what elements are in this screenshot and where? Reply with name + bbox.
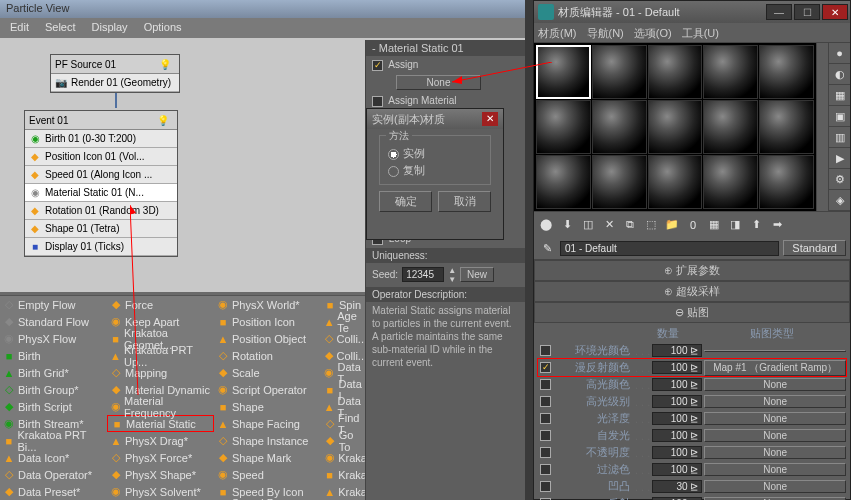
menu-select[interactable]: Select [39,21,82,35]
map-amount-input[interactable]: 100 ⊵ [652,463,702,476]
maximize-button[interactable]: ☐ [794,4,820,20]
close-button[interactable]: ✕ [822,4,848,20]
sample-type-icon[interactable]: ● [829,43,850,64]
seed-input[interactable] [402,267,444,282]
lightbulb-icon[interactable]: 💡 [156,113,170,127]
sample-slot[interactable] [648,155,703,209]
map-amount-input[interactable]: 100 ⊵ [652,429,702,442]
menu-display[interactable]: Display [86,21,134,35]
me-menu-material[interactable]: 材质(M) [538,26,577,39]
depot-item[interactable]: ◇Shape Instance [214,432,321,449]
map-checkbox[interactable] [540,396,551,407]
put-to-lib-icon[interactable]: 📁 [663,216,681,234]
op-shape[interactable]: Shape 01 (Tetra) [45,223,120,234]
sample-slot[interactable] [759,155,814,209]
sample-slot[interactable] [703,100,758,154]
sample-slot[interactable] [648,45,703,99]
depot-item[interactable]: ▲Krakatoa PRT Up... [107,347,214,364]
depot-item[interactable]: ■Kraka [321,466,369,483]
depot-item[interactable]: ◉Speed [214,466,321,483]
rollout-supersample[interactable]: ⊕ 超级采样 [534,281,850,302]
me-menu-tools[interactable]: 工具(U) [682,26,719,39]
assign-to-sel-icon[interactable]: ◫ [579,216,597,234]
sample-slot[interactable] [592,155,647,209]
map-slot-button[interactable]: None [704,378,846,391]
depot-item[interactable]: ▲Kraka [321,483,369,500]
new-seed-button[interactable]: New [460,267,494,282]
sample-slot[interactable] [536,100,591,154]
depot-item[interactable]: ◇Rotation [214,347,321,364]
backlight-icon[interactable]: ◐ [829,64,850,85]
depot-item[interactable]: ■Birth [0,347,107,364]
sample-slot[interactable] [703,155,758,209]
map-checkbox[interactable] [540,481,551,492]
map-checkbox[interactable] [540,379,551,390]
depot-item[interactable]: ◉PhysX Flow [0,330,107,347]
depot-item[interactable]: ◆Shape Mark [214,449,321,466]
pick-icon[interactable]: ✎ [538,239,556,257]
depot-item[interactable]: ▲Shape Facing [214,415,321,432]
show-in-vp-icon[interactable]: ▦ [705,216,723,234]
map-checkbox[interactable] [540,430,551,441]
minimize-button[interactable]: — [766,4,792,20]
map-slot-button[interactable]: None [704,446,846,459]
mat-id-icon[interactable]: 0 [684,216,702,234]
me-menu-nav[interactable]: 导航(N) [587,26,624,39]
map-amount-input[interactable]: 100 ⊵ [652,378,702,391]
event-node[interactable]: Event 01 💡 ◉Birth 01 (0-30 T:200) ◆Posit… [24,110,178,257]
menu-options[interactable]: Options [138,21,188,35]
depot-item[interactable]: ◆Go To [321,432,369,449]
depot-item[interactable]: ■Krakatoa PRT Bi... [0,432,107,449]
op-birth[interactable]: Birth 01 (0-30 T:200) [45,133,136,144]
depot-item[interactable]: ◉Material Frequency [107,398,214,415]
depot-item[interactable]: ◆Birth Script [0,398,107,415]
depot-item[interactable]: ◉Kraka [321,449,369,466]
sample-slot[interactable] [703,45,758,99]
op-rotation[interactable]: Rotation 01 (Random 3D) [45,205,159,216]
go-parent-icon[interactable]: ⬆ [747,216,765,234]
depot-item[interactable]: ◆PhysX Shape* [107,466,214,483]
sample-slot[interactable] [592,45,647,99]
assign-mat-checkbox[interactable] [372,96,383,107]
render-op[interactable]: Render 01 (Geometry) [71,77,171,88]
depot-item[interactable]: ■Shape [214,398,321,415]
depot-item[interactable]: ◆Data Preset* [0,483,107,500]
map-amount-input[interactable]: 100 ⊵ [652,344,702,357]
uv-tile-icon[interactable]: ▣ [829,106,850,127]
copy-icon[interactable]: ⧉ [621,216,639,234]
depot-item[interactable]: ◇Empty Flow [0,296,107,313]
depot-item[interactable]: ◉Script Operator [214,381,321,398]
show-end-icon[interactable]: ◨ [726,216,744,234]
sample-slot[interactable] [592,100,647,154]
op-display[interactable]: Display 01 (Ticks) [45,241,124,252]
radio-copy[interactable]: 复制 [388,163,482,178]
go-sibling-icon[interactable]: ➡ [768,216,786,234]
depot-item[interactable]: ◆Scale [214,364,321,381]
make-unique-icon[interactable]: ⬚ [642,216,660,234]
depot-item[interactable]: ■Position Icon [214,313,321,330]
depot-item[interactable]: ◉PhysX World* [214,296,321,313]
video-check-icon[interactable]: ▥ [829,127,850,148]
cancel-button[interactable]: 取消 [438,191,491,212]
assign-material-button[interactable]: None [396,75,481,90]
pf-source-node[interactable]: PF Source 01 💡 📷 Render 01 (Geometry) [50,54,180,93]
map-slot-button[interactable]: None [704,412,846,425]
get-material-icon[interactable]: ⬤ [537,216,555,234]
map-slot-button[interactable]: None [704,463,846,476]
map-amount-input[interactable]: 30 ⊵ [652,480,702,493]
op-speed[interactable]: Speed 01 (Along Icon ... [45,169,152,180]
preview-icon[interactable]: ▶ [829,148,850,169]
map-amount-input[interactable]: 100 ⊵ [652,412,702,425]
map-slot-button[interactable]: None [704,395,846,408]
map-slot-button[interactable] [704,350,846,352]
depot-item[interactable]: ▲Age Te [321,313,369,330]
depot-item[interactable]: ▲Position Object [214,330,321,347]
ok-button[interactable]: 确定 [379,191,432,212]
seed-spinner[interactable]: ▲▼ [448,266,456,284]
op-material[interactable]: Material Static 01 (N... [45,187,144,198]
options-icon[interactable]: ⚙ [829,169,850,190]
map-checkbox[interactable] [540,447,551,458]
map-checkbox[interactable] [540,345,551,356]
depot-item[interactable]: ▲Birth Grid* [0,364,107,381]
reset-icon[interactable]: ✕ [600,216,618,234]
